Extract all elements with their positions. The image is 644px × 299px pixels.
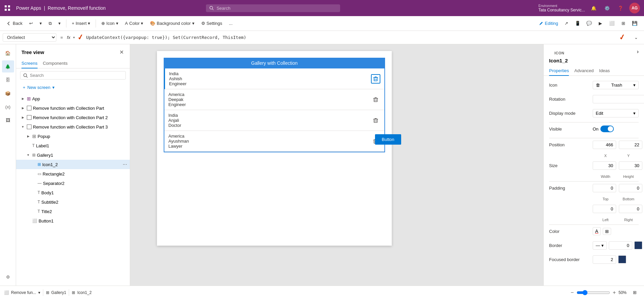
tree-item-app[interactable]: ▶ ⊞ App (16, 94, 130, 103)
tree-item-gallery1[interactable]: ▼ ⊞ Gallery1 (16, 150, 130, 160)
gallery-row-2[interactable]: India Anjali Doctor (164, 110, 384, 131)
tree-close-button[interactable]: ✕ (119, 48, 124, 56)
avatar[interactable]: AG (629, 3, 640, 13)
play-button[interactable]: ▶ (595, 18, 606, 29)
visible-toggle[interactable]: On (593, 126, 614, 132)
layout-button[interactable]: ⊞ (618, 18, 629, 29)
tree-item-icon1-2[interactable]: ⊞ Icon1_2 ··· (16, 160, 130, 169)
comment-button[interactable]: 💬 (584, 18, 594, 29)
tree-search-box[interactable] (20, 71, 126, 80)
formula-expand[interactable]: ⌄ (631, 32, 641, 43)
icon-button[interactable]: ⊕ Icon ▾ (99, 19, 121, 27)
border-width-input[interactable] (609, 241, 632, 250)
icon-dropdown[interactable]: 🗑 Trash ▾ (593, 81, 639, 89)
tree-search-input[interactable] (30, 73, 123, 78)
copy-button[interactable]: ⧉ (46, 19, 54, 28)
grid-icon[interactable] (4, 5, 11, 11)
global-search-input[interactable] (217, 6, 337, 11)
variable-icon-btn[interactable]: 📦 (2, 87, 14, 99)
undo-button[interactable]: ↩ (26, 19, 36, 27)
undo-dropdown[interactable]: ▾ (37, 19, 45, 27)
tablet-button[interactable]: ⬜ (606, 18, 617, 29)
color-button[interactable]: A Color ▾ (122, 19, 146, 27)
background-color-button[interactable]: 🎨 Background color ▾ (147, 19, 197, 27)
color-picker-btn[interactable]: ⊞ (603, 228, 611, 235)
property-selector[interactable]: OnSelect (3, 33, 56, 42)
settings-left-icon-btn[interactable]: ⚙ (2, 271, 14, 283)
formula-icon-btn[interactable]: (x) (2, 101, 14, 113)
tree-item-screen1[interactable]: ▶ Remove function with Collection Part (16, 103, 130, 113)
tree-item-screen2[interactable]: ▶ Remove function with Collection Part 2 (16, 113, 130, 122)
canvas-button[interactable]: Button (375, 134, 401, 145)
gallery-row-0[interactable]: India Ashish Engineer (164, 68, 384, 89)
right-panel-expand[interactable]: › (637, 49, 639, 55)
tab-screens[interactable]: Screens (21, 59, 38, 68)
formula-input[interactable] (86, 35, 616, 40)
border-color-swatch[interactable] (634, 241, 642, 249)
help-icon[interactable]: ❓ (616, 3, 625, 13)
global-search[interactable] (206, 4, 340, 12)
pad-left-input[interactable] (593, 205, 616, 213)
tree-item-popup[interactable]: ▶ ⊞ Popup (16, 132, 130, 141)
tab-ideas[interactable]: Ideas (599, 66, 610, 76)
save-button[interactable]: 💾 (629, 18, 640, 29)
data-icon-btn[interactable]: 🗄 (2, 74, 14, 86)
display-mode-dropdown[interactable]: Edit ▾ (593, 109, 639, 117)
size-w-input[interactable] (593, 161, 616, 170)
notification-icon[interactable]: 🔔 (589, 3, 598, 13)
tree-item-body1[interactable]: T Body1 (16, 188, 130, 197)
row3-job: Lawyer (168, 144, 371, 149)
share-button[interactable]: ↗ (561, 18, 572, 29)
tab-components[interactable]: Components (43, 59, 68, 68)
prop-sep-1 (549, 122, 639, 122)
gallery-row-1[interactable]: America Deepak Engineer (164, 89, 384, 110)
zoom-slider[interactable] (577, 290, 610, 295)
screen2-label: Remove function with Collection Part 2 (33, 115, 127, 120)
tab-properties[interactable]: Properties (549, 66, 569, 76)
fit-screen-button[interactable]: ⊞ (629, 287, 640, 298)
size-h-input[interactable] (619, 161, 642, 170)
media-icon-btn[interactable]: 🖼 (2, 114, 14, 126)
icon1-2-more[interactable]: ··· (123, 161, 127, 167)
tree-item-button1[interactable]: ⬜ Button1 (16, 216, 130, 226)
trash-icon-row0[interactable] (371, 74, 380, 84)
home-icon-btn[interactable]: 🏠 (2, 47, 14, 59)
tree-item-subtitle2[interactable]: T Subtitle2 (16, 197, 130, 207)
settings-button[interactable]: ⚙ Settings (199, 19, 225, 27)
phone-button[interactable]: 📱 (572, 18, 583, 29)
position-x-input[interactable] (593, 141, 616, 149)
tree-item-rectangle2[interactable]: ▭ Rectangle2 (16, 169, 130, 179)
tree-item-screen3[interactable]: ▼ Remove function with Collection Part 3 (16, 122, 130, 132)
tree-item-label1[interactable]: T Label1 (16, 141, 130, 150)
svg-line-7 (26, 76, 28, 78)
zoom-in-button[interactable]: + (613, 290, 616, 296)
more-button[interactable]: ... (226, 19, 235, 27)
trash-icon-row1[interactable] (371, 95, 380, 104)
pad-bottom-input[interactable] (619, 184, 642, 192)
prop-row-display-mode: Display mode Edit ▾ (549, 108, 639, 118)
insert-button[interactable]: + Insert ▾ (69, 19, 93, 27)
tree-item-title2[interactable]: T Title2 (16, 207, 130, 216)
toggle-switch[interactable] (600, 126, 614, 132)
status-screen[interactable]: ⬜ Remove fun... ▾ (4, 290, 40, 295)
trash-icon-row2[interactable] (371, 116, 380, 125)
pad-right-input[interactable] (619, 205, 642, 213)
tree-view-icon-btn[interactable]: 🌲 (2, 60, 14, 72)
tab-advanced[interactable]: Advanced (574, 66, 594, 76)
focused-border-input[interactable] (593, 255, 616, 264)
status-icon[interactable]: ⊞ Icon1_2 (72, 290, 92, 295)
border-style-dropdown[interactable]: — ▾ (593, 241, 607, 250)
tree-item-separator2[interactable]: — Separator2 (16, 179, 130, 188)
pad-top-input[interactable] (593, 184, 616, 192)
position-y-input[interactable] (619, 141, 642, 149)
back-button[interactable]: Back (4, 19, 25, 27)
settings-icon[interactable]: ⚙️ (602, 3, 612, 13)
zoom-out-button[interactable]: − (571, 290, 574, 296)
copy-dropdown[interactable]: ▾ (56, 19, 63, 27)
new-screen-button[interactable]: + New screen ▾ (20, 84, 126, 91)
color-swatch[interactable]: A (593, 227, 601, 235)
focused-border-color-swatch[interactable] (618, 255, 626, 263)
status-gallery[interactable]: ⊞ Gallery1 (46, 290, 66, 295)
gallery-row-3[interactable]: America Ayushman Lawyer (164, 131, 384, 152)
rotation-input[interactable] (593, 95, 644, 103)
